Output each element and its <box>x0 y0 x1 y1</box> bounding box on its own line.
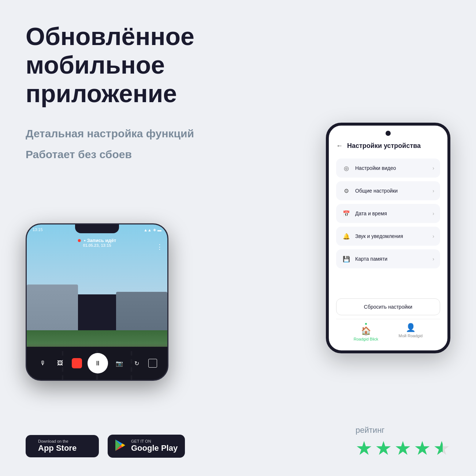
settings-content: ← Настройки устройства ◎ Настройки видео… <box>329 126 447 350</box>
google-play-small-text: GET IT ON <box>131 439 178 443</box>
rec-dot <box>78 239 81 242</box>
video-settings-label: Настройки видео <box>355 165 396 171</box>
rotate-icon[interactable]: ↻ <box>131 357 143 369</box>
settings-item-video[interactable]: ◎ Настройки видео › <box>336 159 440 178</box>
phone-controls: 🎙 🖼 ⏸ 📷 ↻ <box>27 347 167 380</box>
download-section: Download on the App Store GET IT ON Goog… <box>26 435 185 458</box>
general-settings-label: Общие настройки <box>355 188 398 194</box>
general-settings-icon: ⚙ <box>342 186 351 195</box>
page-container: Обновлённое мобильное приложение Детальн… <box>0 0 476 476</box>
chevron-icon: › <box>432 165 434 171</box>
star-2: ★ <box>375 439 392 458</box>
recording-time: 01.05.23, 13:15 <box>78 243 116 248</box>
phone-notch <box>75 224 119 233</box>
sound-settings-icon: 🔔 <box>342 232 351 241</box>
phone-right-mockup: ← Настройки устройства ◎ Настройки видео… <box>326 123 450 353</box>
settings-item-general[interactable]: ⚙ Общие настройки › <box>336 181 440 200</box>
star-5-half: ★ ★ <box>433 439 450 458</box>
nav-roadgid-blick[interactable]: 🏠 Roadgid Blick <box>354 323 378 341</box>
chevron-icon-4: › <box>432 233 434 239</box>
stars-row: ★ ★ ★ ★ ★ ★ <box>356 439 450 458</box>
back-arrow-icon[interactable]: ← <box>336 142 343 150</box>
google-play-button[interactable]: GET IT ON Google Play <box>108 435 185 458</box>
signal-icon: ▲▲ <box>144 228 152 232</box>
battery-icon: ▬ <box>157 228 161 232</box>
settings-item-memory[interactable]: 💾 Карта памяти › <box>336 249 440 268</box>
datetime-settings-label: Дата и время <box>355 211 387 216</box>
rating-label: рейтинг <box>356 425 450 435</box>
chevron-icon-5: › <box>432 256 434 262</box>
app-store-large-text: App Store <box>38 443 77 453</box>
reset-button[interactable]: Сбросить настройки <box>336 298 440 315</box>
front-camera-dot <box>386 131 391 136</box>
rating-section: рейтинг ★ ★ ★ ★ ★ ★ <box>356 425 450 458</box>
camera-icon[interactable]: 📷 <box>114 357 125 369</box>
recording-indicator: • Запись идёт 01.05.23, 13:15 <box>78 238 116 248</box>
page-title: Обновлённое мобильное приложение <box>26 22 253 108</box>
star-4: ★ <box>414 439 431 458</box>
google-play-large-text: Google Play <box>131 443 178 453</box>
app-store-button[interactable]: Download on the App Store <box>26 435 99 457</box>
more-menu-icon[interactable]: ⋮ <box>156 243 163 251</box>
settings-header: ← Настройки устройства <box>336 140 440 150</box>
bottom-navigation: 🏠 Roadgid Blick 👤 Мой Roadgid <box>336 319 440 343</box>
pause-btn[interactable]: ⏸ <box>88 353 108 373</box>
recording-label: • Запись идёт <box>78 238 116 243</box>
settings-item-datetime[interactable]: 📅 Дата и время › <box>336 204 440 223</box>
memory-settings-icon: 💾 <box>342 254 351 263</box>
fullscreen-icon[interactable] <box>148 359 157 368</box>
star-3: ★ <box>394 439 412 458</box>
chevron-icon-2: › <box>432 188 434 194</box>
chevron-icon-3: › <box>432 211 434 216</box>
nav-my-roadgid[interactable]: 👤 Мой Roadgid <box>399 323 423 341</box>
video-settings-icon: ◎ <box>342 164 351 172</box>
settings-list: ◎ Настройки видео › ⚙ Общие настройки › <box>336 159 440 268</box>
mic-icon[interactable]: 🎙 <box>37 357 49 369</box>
settings-spacer <box>336 268 440 295</box>
star-1: ★ <box>356 439 373 458</box>
phone-left-mockup: 13:15 ▲▲ ◈ ▬ • Запись идёт 01.0 <box>26 223 168 381</box>
wifi-icon: ◈ <box>153 227 156 232</box>
sound-settings-label: Звук и уведомления <box>355 233 403 239</box>
memory-settings-label: Карта памяти <box>355 256 387 262</box>
app-store-small-text: Download on the <box>38 439 77 443</box>
settings-item-sound[interactable]: 🔔 Звук и уведомления › <box>336 227 440 246</box>
phone-status-icons: ▲▲ ◈ ▬ <box>144 227 161 232</box>
google-play-icon <box>115 439 126 453</box>
nav-active-dot <box>365 323 367 325</box>
datetime-settings-icon: 📅 <box>342 209 351 218</box>
gallery-icon[interactable]: 🖼 <box>54 357 66 369</box>
phone-time: 13:15 <box>33 227 43 232</box>
sky-bg <box>27 224 167 294</box>
stop-rec-btn[interactable] <box>72 358 82 368</box>
settings-screen-title: Настройки устройства <box>347 142 421 150</box>
